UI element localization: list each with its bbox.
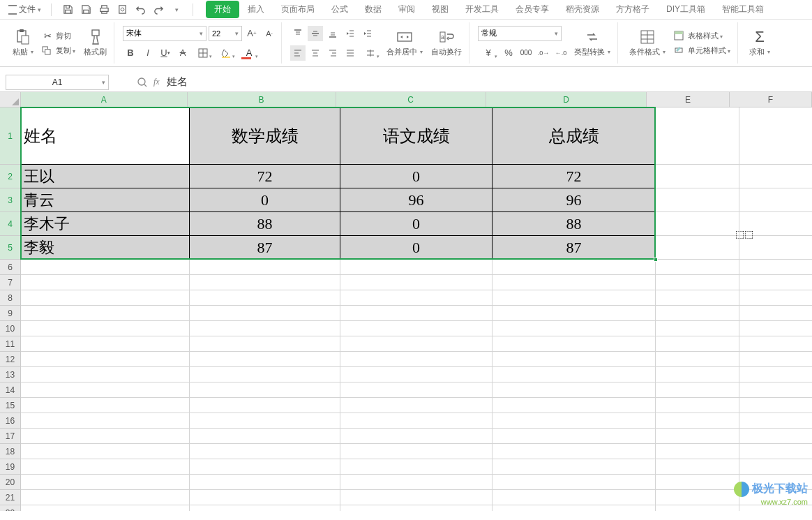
cell-D16[interactable] xyxy=(493,413,656,429)
wrap-text-button[interactable]: a 自动换行 xyxy=(428,27,465,59)
percent-icon[interactable]: % xyxy=(501,45,516,61)
cell-A10[interactable] xyxy=(21,321,190,336)
row-header-1[interactable]: 1 xyxy=(0,107,21,165)
cell-D5[interactable]: 87 xyxy=(493,236,656,260)
cell-E22[interactable] xyxy=(656,505,739,511)
number-format-select[interactable]: 常规▾ xyxy=(478,26,562,41)
cell-C2[interactable]: 0 xyxy=(340,165,493,188)
row-header-12[interactable]: 12 xyxy=(0,352,21,367)
strikethrough-button[interactable]: A xyxy=(175,45,190,61)
cell-E21[interactable] xyxy=(656,490,739,505)
decrease-indent-icon[interactable] xyxy=(343,26,358,41)
tab-开始[interactable]: 开始 xyxy=(206,1,239,18)
cell-A18[interactable] xyxy=(21,444,190,459)
fx-icon[interactable]: fx xyxy=(153,77,160,87)
tab-数据[interactable]: 数据 xyxy=(356,1,390,18)
cell-C18[interactable] xyxy=(340,444,493,459)
cell-E19[interactable] xyxy=(656,459,739,475)
cell-D17[interactable] xyxy=(493,429,656,444)
cell-C6[interactable] xyxy=(340,260,493,275)
formula-input[interactable]: 姓名 xyxy=(160,75,812,89)
cell-F1[interactable] xyxy=(739,107,812,165)
cell-F16[interactable] xyxy=(739,413,812,429)
cell-A12[interactable] xyxy=(21,352,190,367)
name-box[interactable]: A1 xyxy=(6,75,109,90)
cell-C22[interactable] xyxy=(340,505,493,511)
cell-E15[interactable] xyxy=(656,398,739,413)
increase-decimal-icon[interactable]: .0→ xyxy=(536,45,551,61)
cell-C19[interactable] xyxy=(340,459,493,475)
merge-center-button[interactable]: 合并居中 xyxy=(384,27,426,59)
cell-D18[interactable] xyxy=(493,444,656,459)
cell-E14[interactable] xyxy=(656,382,739,398)
cell-F17[interactable] xyxy=(739,429,812,444)
cell-A8[interactable] xyxy=(21,290,190,306)
cell-A22[interactable] xyxy=(21,505,190,511)
row-header-2[interactable]: 2 xyxy=(0,165,21,188)
print-preview-icon[interactable] xyxy=(116,3,128,16)
cell-E16[interactable] xyxy=(656,413,739,429)
cut-button[interactable]: ✂ 剪切 xyxy=(39,30,78,42)
print-icon[interactable] xyxy=(98,3,110,16)
cell-B17[interactable] xyxy=(190,429,340,444)
row-header-7[interactable]: 7 xyxy=(0,275,21,290)
cell-D15[interactable] xyxy=(493,398,656,413)
cell-E2[interactable] xyxy=(656,165,739,188)
cell-D2[interactable]: 72 xyxy=(493,165,656,188)
cell-D13[interactable] xyxy=(493,367,656,382)
cell-F18[interactable] xyxy=(739,444,812,459)
format-painter-button[interactable]: 格式刷 xyxy=(81,27,110,59)
decrease-decimal-icon[interactable]: ←.0 xyxy=(553,45,569,61)
cell-E4[interactable] xyxy=(656,212,739,236)
cell-C3[interactable]: 96 xyxy=(340,188,493,212)
tab-页面布局[interactable]: 页面布局 xyxy=(273,1,323,18)
cell-A6[interactable] xyxy=(21,260,190,275)
cell-C9[interactable] xyxy=(340,306,493,321)
row-header-15[interactable]: 15 xyxy=(0,398,21,413)
align-right-icon[interactable] xyxy=(325,45,340,61)
font-name-select[interactable]: 宋体▾ xyxy=(123,26,206,41)
cell-D20[interactable] xyxy=(493,475,656,490)
qat-dropdown-icon[interactable]: ▾ xyxy=(170,3,183,16)
save-as-icon[interactable] xyxy=(80,3,92,16)
cell-D4[interactable]: 88 xyxy=(493,212,656,236)
cell-C7[interactable] xyxy=(340,275,493,290)
cell-E11[interactable] xyxy=(656,336,739,352)
row-header-22[interactable]: 22 xyxy=(0,505,21,511)
cell-A14[interactable] xyxy=(21,382,190,398)
type-convert-button[interactable]: 类型转换 xyxy=(571,27,613,59)
cell-C13[interactable] xyxy=(340,367,493,382)
cell-C14[interactable] xyxy=(340,382,493,398)
row-header-21[interactable]: 21 xyxy=(0,490,21,505)
select-all-corner[interactable] xyxy=(0,92,21,107)
italic-button[interactable]: I xyxy=(140,45,156,61)
cell-A20[interactable] xyxy=(21,475,190,490)
cell-F14[interactable] xyxy=(739,382,812,398)
cell-B6[interactable] xyxy=(190,260,340,275)
cell-B4[interactable]: 88 xyxy=(190,212,340,236)
bold-button[interactable]: B xyxy=(123,45,138,61)
cell-B22[interactable] xyxy=(190,505,340,511)
comma-icon[interactable]: 000 xyxy=(518,45,534,61)
tab-开发工具[interactable]: 开发工具 xyxy=(457,1,507,18)
row-header-4[interactable]: 4 xyxy=(0,212,21,236)
col-header-E[interactable]: E xyxy=(647,92,729,107)
cell-A19[interactable] xyxy=(21,459,190,475)
tab-插入[interactable]: 插入 xyxy=(239,1,273,18)
cell-B1[interactable]: 数学成绩 xyxy=(190,107,340,165)
align-center-icon[interactable] xyxy=(308,45,323,61)
table-style-button[interactable]: 表格样式 xyxy=(671,30,733,42)
cell-F9[interactable] xyxy=(739,306,812,321)
tab-稻壳资源[interactable]: 稻壳资源 xyxy=(557,1,608,18)
col-header-C[interactable]: C xyxy=(336,92,486,107)
align-top-icon[interactable] xyxy=(290,26,306,41)
cell-E3[interactable] xyxy=(656,188,739,212)
save-icon[interactable] xyxy=(61,3,74,16)
fill-color-button[interactable] xyxy=(216,45,236,61)
cell-F4[interactable] xyxy=(739,212,812,236)
tab-审阅[interactable]: 审阅 xyxy=(390,1,423,18)
cell-C1[interactable]: 语文成绩 xyxy=(340,107,493,165)
cell-B20[interactable] xyxy=(190,475,340,490)
cell-C20[interactable] xyxy=(340,475,493,490)
cell-D3[interactable]: 96 xyxy=(493,188,656,212)
